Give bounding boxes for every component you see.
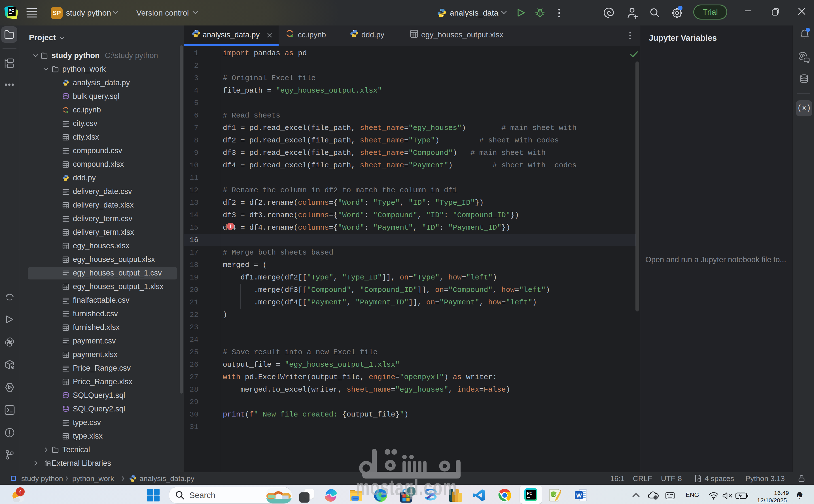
svg-text:z: z <box>798 494 800 497</box>
svg-text:W: W <box>576 492 582 499</box>
svg-text:PC: PC <box>527 491 532 496</box>
svg-text:PC: PC <box>8 8 14 13</box>
svg-text:z: z <box>801 492 803 495</box>
